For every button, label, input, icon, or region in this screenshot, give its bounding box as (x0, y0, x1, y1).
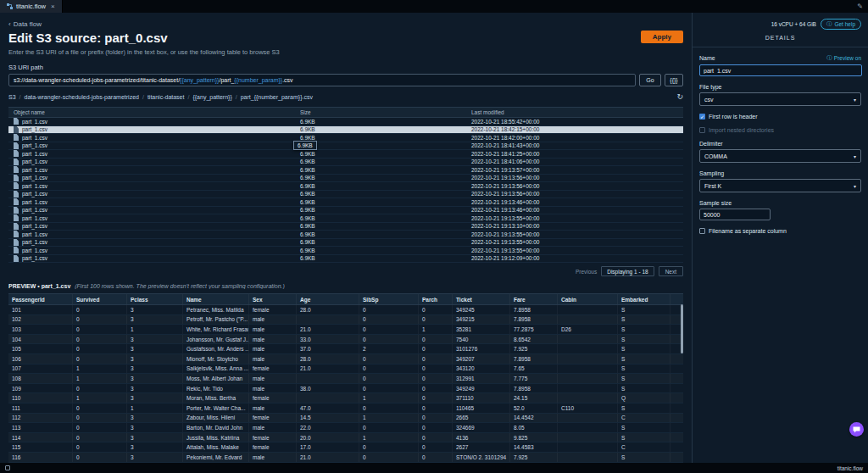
preview-cell: 14.5 (297, 414, 359, 423)
preview-cell: S (618, 305, 670, 314)
preview-cell (558, 442, 618, 452)
delimiter-select[interactable]: COMMA ▾ (699, 149, 861, 163)
preview-cell (297, 393, 359, 403)
size-tooltip: 6.9KB (293, 141, 317, 150)
object-name-cell: part_1.csv (8, 182, 295, 189)
first-row-header-checkbox[interactable]: ✓ (699, 114, 705, 120)
s3-object-row[interactable]: part_1.csv6.9KB2022-10-21 18:41:25+00:00 (8, 150, 683, 159)
preview-cell: 0 (359, 403, 419, 413)
filename-column-checkbox[interactable]: ✓ (699, 228, 705, 234)
s3-uri-input[interactable]: s3://data-wrangler-scheduled-jobs-parame… (8, 74, 636, 86)
name-input[interactable] (699, 64, 862, 76)
preview-cell: 0 (359, 423, 419, 432)
object-size: 6.9KB (295, 199, 466, 205)
object-name: part_1.csv (22, 135, 47, 141)
statusbar-icon[interactable] (5, 465, 10, 470)
s3-object-row[interactable]: part_1.csv6.9KB2022-10-21 19:12:09+00:00 (8, 255, 683, 264)
s3-object-row[interactable]: part_1.csv6.9KB2022-10-21 18:55:42+00:00 (8, 118, 683, 126)
preview-cell: C (618, 414, 670, 423)
preview-column-header: Survived (73, 294, 127, 304)
preview-cell: male (249, 423, 297, 432)
s3-object-row[interactable]: part_1.csv6.9KB2022-10-21 18:41:06+00:00 (8, 159, 683, 167)
column-header-last-modified[interactable]: Last modified (466, 109, 683, 115)
s3-object-row[interactable]: part_1.csv6.9KB2022-10-21 19:13:55+00:00 (8, 239, 683, 248)
s3-object-row[interactable]: part_1.csv6.9KB2022-10-21 19:13:55+00:00 (8, 214, 683, 223)
path-segment[interactable]: titanic-dataset (147, 94, 185, 100)
s3-object-row[interactable]: part_1.csv6.9KB2022-10-21 18:42:00+00:00 (8, 134, 683, 142)
s3-object-row[interactable]: part_1.csv6.9KB2022-10-21 19:13:56+00:00 (8, 175, 683, 183)
s3-object-row[interactable]: part_1.csv6.9KB2022-10-21 19:13:46+00:00 (8, 207, 683, 215)
preview-cell: 8.05 (510, 423, 558, 432)
preview-table: PassengerIdSurvivedPclassNameSexAgeSibSp… (8, 293, 683, 463)
object-modified: 2022-10-21 18:55:42+00:00 (466, 119, 683, 125)
s3-object-row[interactable]: part_1.csv6.9KB2022-10-21 19:13:55+00:00 (8, 231, 683, 239)
preview-cell: 14.4583 (510, 442, 558, 452)
filename-column-checkbox-row[interactable]: ✓ Filename as separate column (699, 228, 861, 234)
s3-object-row[interactable]: part_1.csv6.9KB2022-10-21 19:13:57+00:00 (8, 166, 683, 175)
preview-cell: 102 (8, 315, 73, 325)
object-name: part_1.csv (22, 199, 47, 205)
preview-column-header: Age (297, 294, 359, 304)
file-icon (14, 191, 19, 198)
file-icon (14, 126, 19, 133)
delimiter-value: COMMA (704, 153, 727, 159)
preview-on-toggle[interactable]: ⓘ Preview on (826, 54, 861, 62)
preview-cell: 0 (73, 344, 127, 353)
preview-row: 11403Jussila, Miss. Katriinafemale20.010… (8, 433, 683, 443)
create-parameter-button[interactable]: {{}} (665, 74, 683, 86)
file-type-select[interactable]: csv ▾ (699, 92, 861, 106)
preview-cell: 1 (419, 325, 453, 334)
feedback-chat-button[interactable] (849, 422, 864, 437)
path-segment[interactable]: data-wrangler-scheduled-jobs-parametrize… (25, 94, 139, 100)
s3-object-row[interactable]: part_1.csv6.9KB2022-10-21 18:42:15+00:00 (8, 126, 683, 135)
refresh-icon[interactable]: ↻ (676, 93, 683, 101)
apply-button[interactable]: Apply (641, 31, 683, 43)
back-to-data-flow-link[interactable]: ‹ Data flow (8, 20, 42, 28)
object-modified: 2022-10-21 19:13:56+00:00 (466, 175, 683, 181)
s3-object-row[interactable]: part_1.csv6.9KB2022-10-21 19:13:55+00:00 (8, 247, 683, 255)
preview-note: (First 100 rows shown. The preview doesn… (75, 283, 285, 289)
column-header-size[interactable]: Size (295, 109, 466, 115)
sample-size-input[interactable] (699, 209, 771, 220)
sampling-select[interactable]: First K ▾ (699, 179, 861, 192)
topbar-pencil-icon[interactable]: ✎ (857, 0, 868, 13)
sample-size-label: Sample size (699, 200, 861, 206)
tab-title: titanic.flow (16, 3, 46, 10)
preview-cell: Connors, Mr. Patrick (183, 463, 249, 464)
get-help-button[interactable]: ⓘ Get help (821, 19, 861, 30)
preview-cell: 9.825 (510, 433, 558, 442)
s3-object-row[interactable]: part_1.csv6.9KB2022-10-21 19:13:46+00:00 (8, 198, 683, 207)
path-segment[interactable]: part_{{number_param}}.csv (241, 94, 313, 100)
go-button[interactable]: Go (639, 74, 661, 86)
s3-object-row[interactable]: part_1.csv6.9KB2022-10-21 19:13:56+00:00 (8, 182, 683, 191)
object-modified: 2022-10-21 18:42:15+00:00 (466, 126, 683, 132)
s3-object-row[interactable]: part_1.csv6.9KB2022-10-21 18:41:43+00:00 (8, 142, 683, 151)
object-name: part_1.csv (22, 231, 47, 237)
next-page-button[interactable]: Next (659, 266, 683, 276)
preview-cell: 21.0 (297, 453, 359, 462)
s3-uri-label: S3 URI path (8, 64, 683, 71)
uri-suffix: .csv (282, 77, 292, 83)
preview-cell: 116 (8, 453, 73, 462)
s3-object-row[interactable]: part_1.csv6.9KB2022-10-21 19:13:10+00:00 (8, 223, 683, 231)
breadcrumb-separator: / (236, 94, 237, 100)
preview-row: 11203Zabour, Miss. Hilenifemale14.510266… (8, 414, 683, 424)
path-segment[interactable]: S3 (8, 94, 16, 100)
preview-cell: Porter, Mr. Walter Cha... (183, 403, 249, 413)
previous-page-button[interactable]: Previous (576, 269, 597, 275)
first-row-header-checkbox-row[interactable]: ✓ First row is header (699, 114, 861, 120)
s3-object-row[interactable]: part_1.csv6.9KB2022-10-21 19:13:56+00:00 (8, 191, 683, 199)
object-size: 6.9KB (295, 215, 466, 221)
column-header-object-name[interactable]: Object name (8, 109, 295, 115)
object-modified: 2022-10-21 19:13:46+00:00 (466, 199, 683, 205)
preview-cell: 0 (419, 463, 453, 464)
path-segment[interactable]: {{any_pattern}} (192, 94, 231, 100)
tab-titanic-flow[interactable]: titanic.flow × (0, 0, 63, 13)
pagination: Previous Displaying 1 - 18 Next (8, 266, 683, 276)
preview-cell: 114 (8, 433, 73, 442)
preview-vertical-scrollbar[interactable] (681, 304, 683, 353)
tab-close-icon[interactable]: × (51, 3, 55, 10)
preview-cell: 47.0 (297, 403, 359, 413)
object-size: 6.9KB (295, 191, 466, 197)
preview-cell: Moran, Miss. Bertha (183, 393, 249, 403)
